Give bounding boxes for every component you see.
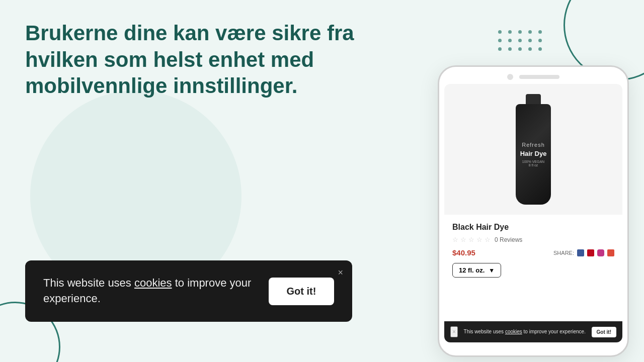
mini-cookie-text-after: to improve your experience. — [524, 329, 586, 334]
dot-grid-decoration — [498, 30, 543, 51]
googleplus-icon[interactable] — [607, 249, 614, 256]
main-cookie-text: This website uses cookies to improve you… — [43, 276, 257, 307]
dot-8 — [528, 39, 532, 42]
mini-cookie-link[interactable]: cookies — [505, 329, 522, 334]
instagram-icon[interactable] — [597, 249, 604, 256]
product-info: Black Hair Dye ☆ ☆ ☆ ☆ ☆ 0 Reviews $40.9… — [444, 215, 622, 278]
star-5: ☆ — [485, 236, 491, 243]
tube-cap — [526, 94, 541, 104]
star-1: ☆ — [452, 236, 458, 243]
product-image-area: Refresh Hair Dye 100% VEGAN8 fl oz — [444, 84, 622, 215]
tube-subtitle: 100% VEGAN8 fl oz — [522, 160, 544, 167]
dot-1 — [508, 30, 512, 34]
star-2: ☆ — [460, 236, 466, 243]
dot-9 — [538, 39, 542, 42]
phone-mockup: Refresh Hair Dye 100% VEGAN8 fl oz Black… — [438, 65, 629, 357]
share-section: SHARE: — [553, 249, 614, 256]
tube-brand: Refresh — [522, 142, 545, 148]
phone-status-bar — [439, 67, 627, 84]
dot-7 — [518, 39, 522, 42]
dot-13 — [528, 47, 532, 51]
product-title: Black Hair Dye — [452, 223, 614, 232]
product-price: $40.95 — [452, 248, 475, 257]
mini-cookie-text: This website uses cookies to improve you… — [464, 328, 586, 335]
size-selector[interactable]: 12 fl. oz. ▼ — [452, 263, 501, 278]
dot-4 — [538, 30, 542, 34]
mini-cookie-banner: × This website uses cookies to improve y… — [444, 321, 622, 342]
main-got-it-button[interactable]: Got it! — [269, 278, 334, 305]
dot-12 — [518, 47, 522, 51]
product-price-share: $40.95 SHARE: — [452, 248, 614, 257]
main-cookie-text-before: This website uses — [43, 277, 131, 289]
main-cookie-link[interactable]: cookies — [134, 277, 172, 289]
dot-5 — [498, 39, 502, 42]
product-image: Refresh Hair Dye 100% VEGAN8 fl oz — [513, 94, 553, 205]
dot-11 — [508, 47, 512, 51]
phone-camera — [507, 74, 513, 80]
dot-2 — [518, 30, 522, 34]
dot-14 — [538, 47, 542, 51]
tube-body: Refresh Hair Dye 100% VEGAN8 fl oz — [516, 104, 551, 205]
main-cookie-close-button[interactable]: × — [338, 267, 343, 278]
star-3: ☆ — [468, 236, 474, 243]
phone-speaker — [519, 75, 559, 79]
product-stars: ☆ ☆ ☆ ☆ ☆ 0 Reviews — [452, 236, 614, 243]
dot-10 — [498, 47, 502, 51]
mini-cookie-text-before: This website uses — [464, 329, 504, 334]
mini-cookie-close-button[interactable]: × — [450, 326, 458, 337]
share-label: SHARE: — [553, 250, 574, 256]
size-chevron-icon: ▼ — [489, 267, 495, 274]
mini-got-it-button[interactable]: Got it! — [592, 327, 616, 337]
dot-0 — [498, 30, 502, 34]
tube-product: Hair Dye — [520, 150, 547, 158]
facebook-icon[interactable] — [577, 249, 584, 256]
star-4: ☆ — [476, 236, 482, 243]
pinterest-icon[interactable] — [587, 249, 594, 256]
main-cookie-banner: × This website uses cookies to improve y… — [25, 260, 352, 322]
dot-6 — [508, 39, 512, 42]
phone-content: Refresh Hair Dye 100% VEGAN8 fl oz Black… — [444, 84, 622, 342]
page-title: Brukerne dine kan være sikre fra hvilken… — [25, 20, 377, 100]
dot-3 — [528, 30, 532, 34]
size-label: 12 fl. oz. — [459, 266, 485, 274]
reviews-count: 0 Reviews — [495, 236, 522, 243]
